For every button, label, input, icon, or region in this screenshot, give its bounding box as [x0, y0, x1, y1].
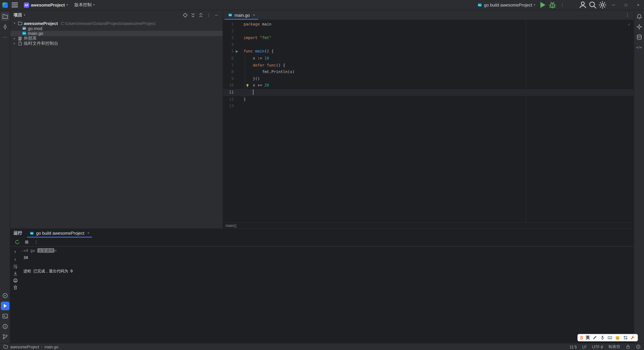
info-icon[interactable]: [636, 344, 641, 349]
tree-item-scratches-and-consoles[interactable]: ▸临时文件和控制台: [10, 41, 222, 46]
code-line-12[interactable]: 12}: [223, 96, 634, 103]
handwriting-icon[interactable]: [592, 335, 597, 340]
status-bar: awesomeProject › main.go 11:5 LF UTF-8 制…: [0, 343, 644, 350]
cursor-position[interactable]: 11:5: [570, 345, 577, 349]
ime-language-indicator[interactable]: 英: [586, 335, 590, 341]
gomod-icon: go: [22, 26, 27, 31]
code-line-1[interactable]: 1package main: [223, 21, 634, 28]
gutter: 9: [223, 75, 244, 82]
tree-item-main-go[interactable]: Gomain.go: [10, 31, 222, 36]
panel-options-icon[interactable]: ⋮: [206, 12, 212, 18]
problems-toolwindow-button[interactable]: [1, 322, 9, 331]
hide-panel-icon[interactable]: ─: [214, 12, 219, 18]
vcs-widget[interactable]: 版本控制 ▾: [72, 1, 96, 8]
code-line-11[interactable]: 11: [223, 89, 634, 96]
main-menu-icon[interactable]: [10, 0, 19, 9]
virtual-keyboard-icon[interactable]: [608, 335, 612, 340]
terminal-toolwindow-button[interactable]: [1, 312, 9, 320]
close-tab-icon[interactable]: ×: [253, 13, 255, 17]
voice-input-icon[interactable]: [600, 335, 605, 340]
run-button[interactable]: [538, 0, 547, 9]
print-icon[interactable]: [12, 278, 18, 283]
close-button[interactable]: ×: [632, 0, 644, 10]
code-line-8[interactable]: 8 fmt.Println(x): [223, 68, 634, 75]
commit-toolwindow-button[interactable]: [1, 23, 9, 31]
stop-icon[interactable]: [24, 239, 30, 245]
tab-options-icon[interactable]: ⋮: [625, 13, 634, 17]
rerun-icon[interactable]: [14, 239, 20, 245]
problems-icon: [2, 323, 8, 330]
code-line-5[interactable]: 5func main() {: [223, 48, 634, 55]
more-actions-icon[interactable]: ⋮: [558, 0, 567, 9]
code-line-3[interactable]: 3import "fmt": [223, 34, 634, 41]
expand-all-icon[interactable]: [190, 12, 196, 18]
chevron-right-icon[interactable]: ▸: [13, 42, 16, 45]
database-toolwindow-button[interactable]: [635, 33, 643, 41]
project-widget[interactable]: AP awesomeProject ▾: [22, 1, 70, 8]
sogou-logo-icon[interactable]: S: [580, 335, 583, 340]
intention-bulb-icon[interactable]: [245, 83, 250, 88]
tree-item-go-mod[interactable]: gogo.mod: [10, 26, 222, 31]
chevron-right-icon[interactable]: ▸: [13, 37, 16, 40]
code-line-2[interactable]: 2: [223, 28, 634, 34]
debug-button[interactable]: [548, 0, 557, 9]
code-with-me-icon[interactable]: [578, 0, 587, 9]
clear-console-icon[interactable]: [12, 285, 18, 290]
breadcrumb-main[interactable]: main(): [226, 223, 236, 228]
lock-icon[interactable]: [626, 344, 630, 349]
line-separator[interactable]: LF: [582, 345, 587, 349]
soft-wrap-icon[interactable]: [12, 264, 18, 269]
notifications-toolwindow-button[interactable]: [635, 12, 643, 21]
code-line-9[interactable]: 9 }(): [223, 75, 634, 82]
next-occurrence-icon[interactable]: ↓: [12, 257, 18, 262]
run-toolwindow-button[interactable]: [1, 302, 9, 310]
more-toolwindows-button[interactable]: ⋯: [1, 33, 9, 41]
tree-item-root[interactable]: ▾awesomeProjectC:\Users\meowr\GolandProj…: [10, 21, 222, 26]
code-area[interactable]: ✓ 1package main23import "fmt"45func main…: [223, 20, 634, 222]
file-encoding[interactable]: UTF-8: [592, 345, 603, 349]
code-line-10[interactable]: 10 x += 20: [223, 82, 634, 89]
collapse-all-icon[interactable]: [198, 12, 204, 18]
tab-main-go[interactable]: Go main.go ×: [225, 10, 258, 20]
close-run-tab-icon[interactable]: ×: [87, 231, 90, 235]
run-config-widget[interactable]: Go go build awesomeProject ▾: [475, 2, 537, 8]
project-panel-title[interactable]: 项目: [14, 12, 22, 18]
search-icon[interactable]: [588, 0, 597, 9]
code-line-7[interactable]: 7 defer func() {: [223, 62, 634, 69]
chevron-down-icon[interactable]: ▾: [13, 22, 16, 25]
maximize-button[interactable]: □: [620, 0, 632, 10]
run-tab[interactable]: Go go build awesomeProject ×: [27, 229, 92, 238]
status-project[interactable]: awesomeProject: [10, 345, 39, 349]
code-line-13[interactable]: 13: [223, 103, 634, 109]
scroll-to-end-icon[interactable]: [12, 271, 18, 276]
run-icon: [2, 303, 8, 309]
code-line-4[interactable]: 4: [223, 41, 634, 48]
indent-style[interactable]: 制表符: [608, 344, 620, 350]
code-toolwindow-button[interactable]: </>: [635, 43, 643, 52]
ime-apps-icon[interactable]: [623, 335, 628, 340]
ai-assistant-toolwindow-button[interactable]: [635, 23, 643, 31]
line-number: 2: [223, 28, 234, 34]
project-toolwindow-button[interactable]: [1, 12, 9, 21]
emoji-icon[interactable]: [615, 335, 620, 341]
console-text: 进程 已完成，退出代码为 0: [24, 269, 73, 273]
settings-icon[interactable]: [598, 0, 607, 9]
status-file[interactable]: main.go: [44, 345, 58, 349]
fold-toggle-icon[interactable]: ›: [21, 247, 23, 254]
title-bar: AP awesomeProject ▾ 版本控制 ▾ Go go build a…: [0, 0, 644, 10]
minimize-button[interactable]: ─: [608, 0, 619, 10]
console-output[interactable]: ›<4 go 设置调用>30进程 已完成，退出代码为 0: [20, 247, 634, 343]
tree-item-external-libraries[interactable]: ▸外部库: [10, 36, 222, 41]
run-main-icon[interactable]: [234, 48, 244, 55]
run-options-icon[interactable]: ⋮: [33, 239, 39, 245]
terminal-icon: [2, 313, 8, 319]
services-toolwindow-button[interactable]: [1, 291, 9, 300]
git-toolwindow-button[interactable]: [1, 333, 9, 341]
gosetup-fold-chip[interactable]: 设置调用: [38, 248, 54, 253]
console-line-2: 30: [20, 254, 634, 261]
prev-occurrence-icon[interactable]: ↑: [12, 249, 18, 255]
code-line-6[interactable]: 6 x := 10: [223, 55, 634, 62]
console-line-1[interactable]: ›<4 go 设置调用>: [20, 247, 634, 254]
ime-settings-icon[interactable]: [630, 335, 635, 340]
locate-file-icon[interactable]: [182, 12, 188, 18]
